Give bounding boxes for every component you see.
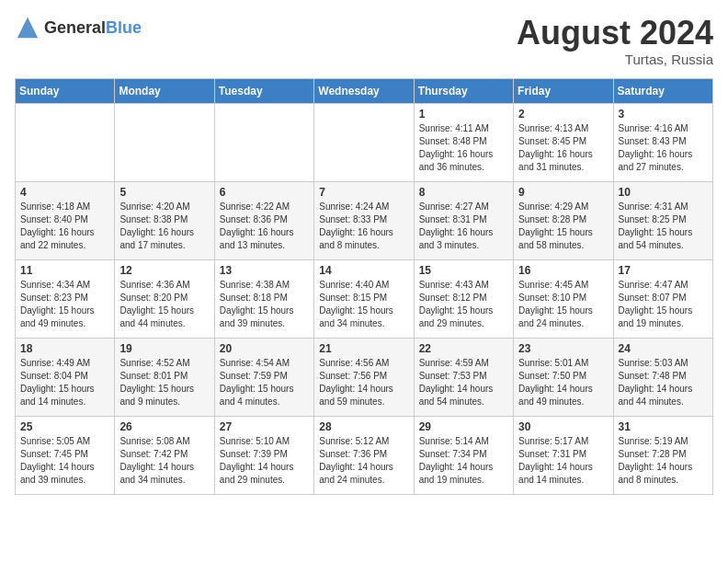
- calendar-cell: 2Sunrise: 4:13 AM Sunset: 8:45 PM Daylig…: [514, 103, 613, 181]
- day-info: Sunrise: 4:24 AM Sunset: 8:33 PM Dayligh…: [319, 201, 408, 252]
- day-info: Sunrise: 4:40 AM Sunset: 8:15 PM Dayligh…: [319, 279, 408, 330]
- title-block: August 2024 Turtas, Russia: [517, 15, 713, 67]
- logo-icon: [15, 15, 40, 40]
- calendar-cell: 7Sunrise: 4:24 AM Sunset: 8:33 PM Daylig…: [314, 181, 414, 259]
- calendar-week-row: 11Sunrise: 4:34 AM Sunset: 8:23 PM Dayli…: [16, 259, 713, 338]
- calendar-cell: 3Sunrise: 4:16 AM Sunset: 8:43 PM Daylig…: [613, 103, 712, 181]
- day-number: 8: [419, 186, 508, 199]
- day-info: Sunrise: 4:20 AM Sunset: 8:38 PM Dayligh…: [119, 201, 209, 252]
- day-info: Sunrise: 4:43 AM Sunset: 8:12 PM Dayligh…: [419, 279, 508, 330]
- day-info: Sunrise: 4:49 AM Sunset: 8:04 PM Dayligh…: [20, 357, 109, 408]
- month-year: August 2024: [517, 15, 713, 52]
- day-number: 1: [419, 108, 508, 121]
- day-number: 22: [419, 342, 508, 355]
- day-info: Sunrise: 4:13 AM Sunset: 8:45 PM Dayligh…: [518, 122, 608, 174]
- calendar-table: SundayMondayTuesdayWednesdayThursdayFrid…: [15, 78, 713, 495]
- day-info: Sunrise: 4:54 AM Sunset: 7:59 PM Dayligh…: [220, 357, 309, 408]
- day-number: 24: [619, 342, 708, 355]
- day-number: 15: [419, 264, 508, 277]
- logo-text-blue: Blue: [106, 18, 142, 37]
- calendar-cell: 24Sunrise: 5:03 AM Sunset: 7:48 PM Dayli…: [613, 338, 712, 416]
- day-info: Sunrise: 5:17 AM Sunset: 7:31 PM Dayligh…: [518, 435, 608, 487]
- day-number: 12: [119, 264, 209, 277]
- calendar-cell: 14Sunrise: 4:40 AM Sunset: 8:15 PM Dayli…: [314, 259, 414, 338]
- calendar-cell: 12Sunrise: 4:36 AM Sunset: 8:20 PM Dayli…: [115, 259, 214, 338]
- calendar-header-row: SundayMondayTuesdayWednesdayThursdayFrid…: [16, 78, 713, 103]
- calendar-cell: [214, 103, 313, 181]
- day-info: Sunrise: 4:45 AM Sunset: 8:10 PM Dayligh…: [518, 279, 608, 330]
- day-info: Sunrise: 5:10 AM Sunset: 7:39 PM Dayligh…: [220, 435, 309, 487]
- day-number: 2: [518, 108, 608, 121]
- col-header-wednesday: Wednesday: [314, 78, 414, 103]
- day-number: 20: [220, 342, 309, 355]
- day-number: 16: [518, 264, 608, 277]
- calendar-cell: 30Sunrise: 5:17 AM Sunset: 7:31 PM Dayli…: [514, 416, 613, 494]
- calendar-cell: 16Sunrise: 4:45 AM Sunset: 8:10 PM Dayli…: [514, 259, 613, 338]
- page-header: GeneralBlue August 2024 Turtas, Russia: [15, 15, 713, 67]
- day-number: 11: [20, 264, 109, 277]
- day-number: 9: [518, 186, 608, 199]
- day-info: Sunrise: 5:14 AM Sunset: 7:34 PM Dayligh…: [419, 435, 508, 487]
- day-info: Sunrise: 5:08 AM Sunset: 7:42 PM Dayligh…: [119, 435, 209, 487]
- calendar-cell: 1Sunrise: 4:11 AM Sunset: 8:48 PM Daylig…: [414, 103, 513, 181]
- calendar-cell: 15Sunrise: 4:43 AM Sunset: 8:12 PM Dayli…: [414, 259, 513, 338]
- calendar-week-row: 4Sunrise: 4:18 AM Sunset: 8:40 PM Daylig…: [16, 181, 713, 259]
- col-header-sunday: Sunday: [16, 78, 115, 103]
- day-number: 23: [518, 342, 608, 355]
- day-number: 14: [319, 264, 408, 277]
- day-info: Sunrise: 4:38 AM Sunset: 8:18 PM Dayligh…: [220, 279, 309, 330]
- day-info: Sunrise: 4:52 AM Sunset: 8:01 PM Dayligh…: [119, 357, 209, 408]
- day-number: 29: [419, 420, 508, 433]
- day-info: Sunrise: 4:27 AM Sunset: 8:31 PM Dayligh…: [419, 201, 508, 252]
- day-number: 21: [319, 342, 408, 355]
- col-header-tuesday: Tuesday: [214, 78, 313, 103]
- day-info: Sunrise: 4:22 AM Sunset: 8:36 PM Dayligh…: [220, 201, 309, 252]
- logo: GeneralBlue: [15, 15, 142, 40]
- day-info: Sunrise: 5:03 AM Sunset: 7:48 PM Dayligh…: [619, 357, 708, 408]
- day-info: Sunrise: 4:11 AM Sunset: 8:48 PM Dayligh…: [419, 122, 508, 174]
- calendar-cell: 9Sunrise: 4:29 AM Sunset: 8:28 PM Daylig…: [514, 181, 613, 259]
- day-info: Sunrise: 4:56 AM Sunset: 7:56 PM Dayligh…: [319, 357, 408, 408]
- day-number: 26: [119, 420, 209, 433]
- day-number: 10: [619, 186, 708, 199]
- day-number: 18: [20, 342, 109, 355]
- calendar-cell: 5Sunrise: 4:20 AM Sunset: 8:38 PM Daylig…: [115, 181, 214, 259]
- day-info: Sunrise: 5:01 AM Sunset: 7:50 PM Dayligh…: [518, 357, 608, 408]
- calendar-cell: 31Sunrise: 5:19 AM Sunset: 7:28 PM Dayli…: [613, 416, 712, 494]
- svg-marker-0: [17, 17, 38, 38]
- day-info: Sunrise: 5:12 AM Sunset: 7:36 PM Dayligh…: [319, 435, 408, 487]
- calendar-cell: 27Sunrise: 5:10 AM Sunset: 7:39 PM Dayli…: [214, 416, 313, 494]
- day-info: Sunrise: 4:36 AM Sunset: 8:20 PM Dayligh…: [119, 279, 209, 330]
- calendar-cell: 18Sunrise: 4:49 AM Sunset: 8:04 PM Dayli…: [16, 338, 115, 416]
- calendar-cell: 28Sunrise: 5:12 AM Sunset: 7:36 PM Dayli…: [314, 416, 414, 494]
- day-info: Sunrise: 4:29 AM Sunset: 8:28 PM Dayligh…: [518, 201, 608, 252]
- day-number: 17: [619, 264, 708, 277]
- calendar-cell: 11Sunrise: 4:34 AM Sunset: 8:23 PM Dayli…: [16, 259, 115, 338]
- day-number: 19: [119, 342, 209, 355]
- calendar-week-row: 25Sunrise: 5:05 AM Sunset: 7:45 PM Dayli…: [16, 416, 713, 494]
- day-number: 3: [619, 108, 708, 121]
- calendar-cell: 13Sunrise: 4:38 AM Sunset: 8:18 PM Dayli…: [214, 259, 313, 338]
- calendar-cell: 26Sunrise: 5:08 AM Sunset: 7:42 PM Dayli…: [115, 416, 214, 494]
- calendar-cell: 23Sunrise: 5:01 AM Sunset: 7:50 PM Dayli…: [514, 338, 613, 416]
- calendar-cell: 6Sunrise: 4:22 AM Sunset: 8:36 PM Daylig…: [214, 181, 313, 259]
- day-number: 31: [619, 420, 708, 433]
- col-header-friday: Friday: [514, 78, 613, 103]
- col-header-saturday: Saturday: [613, 78, 712, 103]
- day-info: Sunrise: 4:59 AM Sunset: 7:53 PM Dayligh…: [419, 357, 508, 408]
- calendar-cell: [115, 103, 214, 181]
- day-number: 4: [20, 186, 109, 199]
- calendar-cell: 17Sunrise: 4:47 AM Sunset: 8:07 PM Dayli…: [613, 259, 712, 338]
- day-info: Sunrise: 5:19 AM Sunset: 7:28 PM Dayligh…: [619, 435, 708, 487]
- day-number: 28: [319, 420, 408, 433]
- calendar-week-row: 1Sunrise: 4:11 AM Sunset: 8:48 PM Daylig…: [16, 103, 713, 181]
- location: Turtas, Russia: [517, 52, 713, 67]
- col-header-monday: Monday: [115, 78, 214, 103]
- calendar-cell: 8Sunrise: 4:27 AM Sunset: 8:31 PM Daylig…: [414, 181, 513, 259]
- day-number: 27: [220, 420, 309, 433]
- calendar-cell: 19Sunrise: 4:52 AM Sunset: 8:01 PM Dayli…: [115, 338, 214, 416]
- day-info: Sunrise: 4:34 AM Sunset: 8:23 PM Dayligh…: [20, 279, 109, 330]
- calendar-cell: 29Sunrise: 5:14 AM Sunset: 7:34 PM Dayli…: [414, 416, 513, 494]
- day-info: Sunrise: 4:31 AM Sunset: 8:25 PM Dayligh…: [619, 201, 708, 252]
- col-header-thursday: Thursday: [414, 78, 513, 103]
